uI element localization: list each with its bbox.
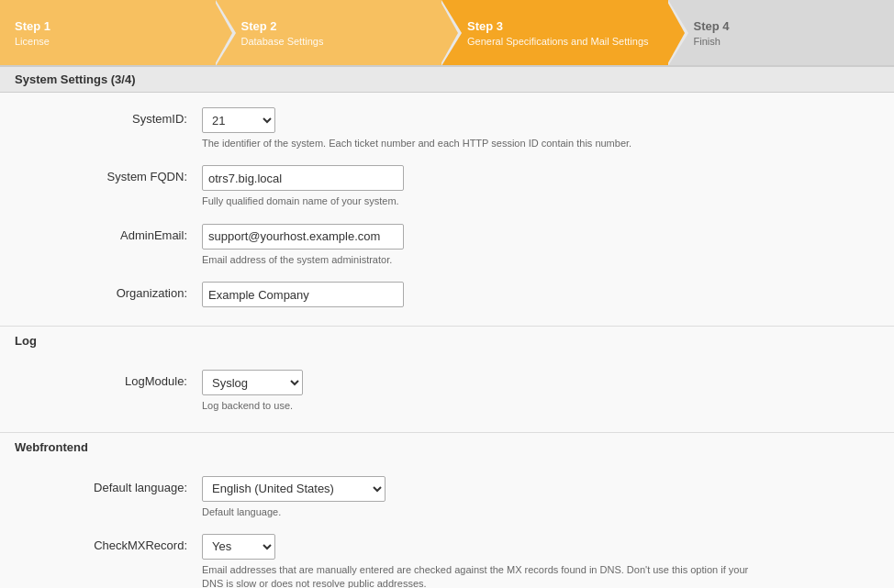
log-module-control: Syslog File Log backend to use. xyxy=(202,370,894,413)
fqdn-input[interactable] xyxy=(202,165,404,191)
default-language-control: English (United States) Deutsch Español … xyxy=(202,476,894,519)
check-mx-row: CheckMXRecord: Yes No Email addresses th… xyxy=(0,528,894,588)
default-language-label: Default language: xyxy=(0,476,202,494)
check-mx-label: CheckMXRecord: xyxy=(0,534,202,552)
system-id-select[interactable]: 21 1 2 xyxy=(202,107,275,133)
system-id-control: 21 1 2 The identifier of the system. Eac… xyxy=(202,107,894,150)
step-1: Step 1 License xyxy=(0,0,216,65)
log-section-title: Log xyxy=(0,326,894,355)
step-3-number: Step 3 xyxy=(467,19,650,33)
log-module-label: LogModule: xyxy=(0,370,202,388)
default-language-hint: Default language. xyxy=(202,505,771,519)
fqdn-hint: Fully qualified domain name of your syst… xyxy=(202,194,771,208)
step-4: Step 4 Finish xyxy=(668,0,895,65)
organization-input[interactable] xyxy=(202,282,404,307)
form-area: SystemID: 21 1 2 The identifier of the s… xyxy=(0,93,894,326)
step-3: Step 3 General Specifications and Mail S… xyxy=(441,0,668,65)
system-id-row: SystemID: 21 1 2 The identifier of the s… xyxy=(0,102,894,156)
system-id-label: SystemID: xyxy=(0,107,202,126)
wizard-steps: Step 1 License Step 2 Database Settings … xyxy=(0,0,894,66)
step-1-number: Step 1 xyxy=(15,19,197,33)
main-content: System Settings (3/4) SystemID: 21 1 2 T… xyxy=(0,66,894,588)
section-title: System Settings (3/4) xyxy=(0,66,894,93)
fqdn-control: Fully qualified domain name of your syst… xyxy=(202,165,894,208)
system-id-hint: The identifier of the system. Each ticke… xyxy=(202,137,771,150)
step-2-label: Database Settings xyxy=(241,36,424,47)
log-form-area: LogModule: Syslog File Log backend to us… xyxy=(0,355,894,431)
webfrontend-form-area: Default language: English (United States… xyxy=(0,461,894,588)
check-mx-control: Yes No Email addresses that are manually… xyxy=(202,534,894,588)
step-2: Step 2 Database Settings xyxy=(216,0,442,65)
fqdn-row: System FQDN: Fully qualified domain name… xyxy=(0,160,894,214)
admin-email-label: AdminEmail: xyxy=(0,224,202,242)
webfrontend-section-title: Webfrontend xyxy=(0,432,894,461)
step-1-label: License xyxy=(15,36,197,47)
log-module-row: LogModule: Syslog File Log backend to us… xyxy=(0,364,894,418)
step-4-label: Finish xyxy=(694,36,877,47)
organization-label: Organization: xyxy=(0,282,202,300)
log-module-hint: Log backend to use. xyxy=(202,399,771,413)
admin-email-input[interactable] xyxy=(202,224,404,250)
check-mx-select[interactable]: Yes No xyxy=(202,534,275,560)
log-module-select[interactable]: Syslog File xyxy=(202,370,303,395)
admin-email-row: AdminEmail: Email address of the system … xyxy=(0,218,894,272)
default-language-select[interactable]: English (United States) Deutsch Español … xyxy=(202,476,386,502)
organization-row: Organization: xyxy=(0,276,894,313)
admin-email-hint: Email address of the system administrato… xyxy=(202,253,771,267)
organization-control xyxy=(202,282,894,307)
fqdn-label: System FQDN: xyxy=(0,165,202,183)
default-language-row: Default language: English (United States… xyxy=(0,471,894,525)
step-3-label: General Specifications and Mail Settings xyxy=(467,36,650,47)
step-2-number: Step 2 xyxy=(241,19,424,33)
admin-email-control: Email address of the system administrato… xyxy=(202,224,894,267)
step-4-number: Step 4 xyxy=(694,19,877,33)
check-mx-hint: Email addresses that are manually entere… xyxy=(202,563,771,588)
